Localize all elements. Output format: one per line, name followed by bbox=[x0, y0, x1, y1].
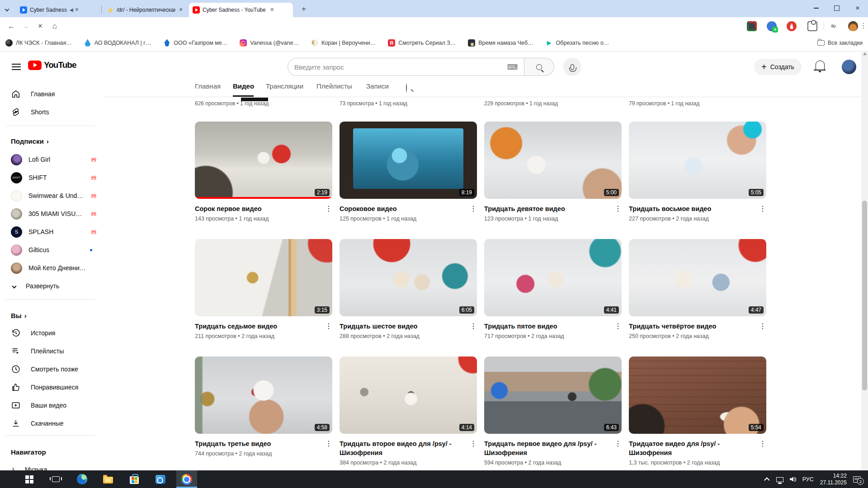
video-menu-icon[interactable] bbox=[759, 322, 766, 330]
edge-taskbar-button[interactable] bbox=[71, 470, 92, 488]
video-thumbnail[interactable]: 6:05 bbox=[340, 239, 477, 316]
all-bookmarks-button[interactable]: Все закладки bbox=[817, 40, 863, 46]
sidebar-item-liked[interactable]: Понравившиеся bbox=[5, 379, 96, 396]
video-card[interactable]: 8:19 Сороковое видео 125 просмотров • 1 … bbox=[340, 122, 477, 222]
search-box[interactable] bbox=[288, 58, 524, 76]
sidebar-item-watch-later[interactable]: Смотреть позже bbox=[5, 361, 96, 378]
video-card[interactable]: 6:43 Тридцать первое видео для /psy/ - Ш… bbox=[484, 357, 622, 466]
sidebar-sub-lofi-girl[interactable]: Lofi Girl bbox=[5, 151, 96, 168]
video-menu-icon[interactable] bbox=[614, 439, 622, 448]
start-button[interactable] bbox=[19, 470, 40, 488]
bookmark-item[interactable]: Vanessa (@vane… bbox=[240, 39, 299, 47]
subscriptions-header[interactable]: Подписки bbox=[11, 137, 49, 145]
sidebar-sub-shift[interactable]: SHIFT bbox=[5, 169, 96, 186]
new-tab-button[interactable] bbox=[299, 5, 308, 14]
video-title[interactable]: Тридцать первое видео для /psy/ - Шизофр… bbox=[484, 439, 622, 457]
video-card[interactable]: 6:05 Тридцать шестое видео 288 просмотро… bbox=[340, 239, 477, 339]
chrome-taskbar-button[interactable] bbox=[176, 470, 197, 488]
channel-tab-posts[interactable]: Записи bbox=[366, 82, 389, 90]
browser-tab-1[interactable]: Cyber Sadness ◀) bbox=[16, 3, 99, 17]
video-title[interactable]: Тридцать шестое видео bbox=[340, 322, 477, 331]
video-card[interactable]: 4:14 Тридцать второе видео для /psy/ - Ш… bbox=[340, 357, 477, 466]
network-icon[interactable] bbox=[776, 477, 783, 482]
browser-menu-icon[interactable] bbox=[860, 21, 866, 31]
window-minimize-button[interactable] bbox=[806, 0, 826, 16]
tray-expand-icon[interactable] bbox=[764, 477, 770, 483]
video-menu-icon[interactable] bbox=[325, 204, 332, 213]
sidebar-sub-splash[interactable]: SPLASH bbox=[5, 223, 96, 240]
video-card[interactable]: 3:15 Тридцать седьмое видео 211 просмотр… bbox=[195, 239, 332, 339]
voice-search-button[interactable] bbox=[563, 58, 581, 76]
video-menu-icon[interactable] bbox=[614, 322, 622, 330]
video-title[interactable]: Тридцатое видео для /psy/ - Шизофрения bbox=[629, 439, 766, 457]
channel-tab-home[interactable]: Главная bbox=[195, 82, 221, 90]
tab-search-button[interactable] bbox=[5, 5, 15, 14]
video-title[interactable]: Тридцать девятое видео bbox=[484, 204, 622, 213]
channel-tab-videos[interactable]: Видео bbox=[233, 82, 254, 90]
back-icon[interactable]: ← bbox=[5, 20, 17, 32]
you-header[interactable]: Вы bbox=[11, 312, 27, 319]
video-card[interactable]: 2:19 Сорок первое видео 143 просмотра • … bbox=[195, 122, 332, 222]
video-thumbnail[interactable]: 8:19 bbox=[340, 122, 477, 199]
sidebar-item-playlists[interactable]: Плейлисты bbox=[5, 343, 96, 360]
video-thumbnail[interactable]: 4:41 bbox=[484, 239, 622, 316]
sidebar-sub-swimwear[interactable]: Swimwear & Und… bbox=[5, 187, 96, 204]
page-scrollbar[interactable] bbox=[861, 52, 868, 470]
bookmark-item[interactable]: Смотреть Сериал З… bbox=[388, 39, 456, 47]
video-menu-icon[interactable] bbox=[614, 204, 622, 213]
video-card[interactable]: 5:54 Тридцатое видео для /psy/ - Шизофре… bbox=[629, 357, 766, 466]
video-thumbnail[interactable]: 3:15 bbox=[195, 239, 332, 316]
sidebar-sub-gilticus[interactable]: Gilticus bbox=[5, 241, 96, 258]
video-title[interactable]: Тридцать второе видео для /psy/ - Шизофр… bbox=[340, 439, 477, 457]
window-close-button[interactable] bbox=[847, 0, 868, 16]
video-card[interactable]: 4:47 Тридцать четвёртое видео 250 просмо… bbox=[629, 239, 766, 339]
extensions-puzzle-icon[interactable] bbox=[807, 21, 817, 31]
notifications-bell-icon[interactable] bbox=[816, 61, 825, 70]
video-menu-icon[interactable] bbox=[759, 204, 766, 213]
action-center-icon[interactable]: 2 bbox=[853, 476, 861, 483]
tab-close-icon[interactable] bbox=[178, 6, 184, 14]
tab-audio-icon[interactable]: ◀) bbox=[70, 8, 73, 12]
video-title[interactable]: Тридцать пятое видео bbox=[484, 322, 622, 331]
window-maximize-button[interactable] bbox=[826, 0, 847, 16]
browser-tab-3-active[interactable]: Cyber Sadness - YouTube bbox=[189, 3, 293, 17]
search-input[interactable] bbox=[294, 63, 507, 71]
video-menu-icon[interactable] bbox=[325, 322, 332, 330]
microsoft-store-button[interactable] bbox=[124, 470, 145, 488]
video-thumbnail[interactable]: 2:19 bbox=[195, 122, 332, 199]
media-controls-icon[interactable] bbox=[831, 21, 841, 31]
video-title[interactable]: Тридцать восьмое видео bbox=[629, 204, 766, 213]
stop-loading-icon[interactable]: ✕ bbox=[34, 20, 46, 32]
video-title[interactable]: Тридцать третье видео bbox=[195, 439, 332, 448]
bookmark-item[interactable]: ООО «Газпром ме… bbox=[163, 39, 227, 47]
bookmark-item[interactable]: Обрезать песню о… bbox=[546, 39, 609, 47]
video-thumbnail[interactable]: 4:58 bbox=[195, 357, 332, 434]
keyboard-icon[interactable] bbox=[507, 63, 518, 71]
extension-icon-2[interactable] bbox=[767, 21, 777, 31]
video-menu-icon[interactable] bbox=[759, 439, 766, 448]
language-indicator[interactable]: РУС bbox=[802, 476, 814, 483]
video-title[interactable]: Сороковое видео bbox=[340, 204, 477, 213]
video-thumbnail[interactable]: 5:00 bbox=[484, 122, 622, 199]
video-menu-icon[interactable] bbox=[470, 204, 477, 213]
bookmark-item[interactable]: АО ВОДОКАНАЛ | г… bbox=[84, 39, 151, 47]
bookmark-item[interactable]: Время намаза Чеб… bbox=[468, 39, 533, 47]
scroll-up-arrow[interactable] bbox=[863, 52, 867, 55]
browser-tab-2[interactable]: ⚡ /dr/ - Нейролептическая Анге… bbox=[103, 3, 187, 17]
file-explorer-button[interactable] bbox=[98, 470, 118, 488]
task-view-button[interactable] bbox=[45, 470, 66, 488]
profile-avatar[interactable] bbox=[848, 21, 858, 31]
create-button[interactable]: Создать bbox=[754, 59, 802, 75]
home-icon[interactable]: ⌂ bbox=[49, 20, 61, 32]
volume-icon[interactable] bbox=[790, 477, 796, 482]
sidebar-item-shorts[interactable]: Shorts bbox=[5, 103, 96, 121]
video-title[interactable]: Сорок первое видео bbox=[195, 204, 332, 213]
search-button[interactable] bbox=[524, 58, 554, 76]
video-thumbnail[interactable]: 4:47 bbox=[629, 239, 766, 316]
adblock-hand-icon[interactable] bbox=[787, 21, 797, 31]
scrollbar-thumb[interactable] bbox=[862, 201, 867, 390]
channel-tab-playlists[interactable]: Плейлисты bbox=[316, 82, 352, 90]
video-menu-icon[interactable] bbox=[470, 322, 477, 330]
video-card[interactable]: 5:00 Тридцать девятое видео 123 просмотр… bbox=[484, 122, 622, 222]
forward-icon[interactable]: → bbox=[20, 20, 32, 32]
